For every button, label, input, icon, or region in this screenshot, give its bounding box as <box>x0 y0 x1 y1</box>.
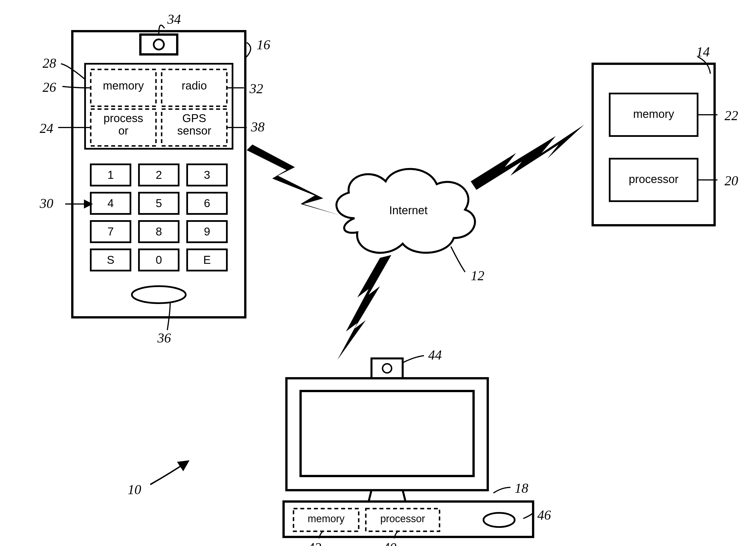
keypad-key[interactable]: 5 <box>139 197 179 210</box>
ref-24: 24 <box>40 120 53 136</box>
keypad-key[interactable]: 3 <box>187 169 227 181</box>
ref-10: 10 <box>128 482 141 497</box>
ref-28: 28 <box>43 55 56 71</box>
pc-processor-label: processor <box>366 513 440 525</box>
ref-26: 26 <box>43 79 56 95</box>
cloud-label: Internet <box>377 204 440 217</box>
ref-30: 30 <box>40 196 53 211</box>
keypad-key[interactable]: 4 <box>91 197 130 210</box>
phone-processor-label: processor <box>91 112 156 137</box>
svg-point-30 <box>483 513 515 527</box>
ref-34: 34 <box>167 11 181 27</box>
keypad-key[interactable]: 6 <box>187 197 227 210</box>
ref-44: 44 <box>428 347 442 363</box>
server-processor-label: processor <box>610 173 698 186</box>
keypad-key[interactable]: 0 <box>139 254 179 267</box>
keypad-key[interactable]: 8 <box>139 225 179 238</box>
ref-36: 36 <box>157 330 171 346</box>
ref-40: 40 <box>383 540 396 546</box>
ref-14: 14 <box>696 44 710 60</box>
phone-gps-label: GPSsensor <box>162 112 227 137</box>
svg-point-20 <box>132 286 186 303</box>
phone-radio-label: radio <box>162 79 227 92</box>
ref-22: 22 <box>725 108 738 123</box>
ref-12: 12 <box>471 268 484 283</box>
keypad-key[interactable]: 1 <box>91 169 130 181</box>
svg-point-2 <box>154 39 164 50</box>
ref-18: 18 <box>515 480 528 496</box>
svg-point-25 <box>383 364 392 373</box>
pc-memory-label: memory <box>293 513 359 525</box>
keypad-key[interactable]: 7 <box>91 225 130 238</box>
keypad-key[interactable]: S <box>91 254 130 267</box>
phone-memory-label: memory <box>91 79 156 92</box>
ref-16: 16 <box>257 37 270 52</box>
ref-20: 20 <box>725 173 738 189</box>
keypad-key[interactable]: E <box>187 254 227 267</box>
svg-rect-26 <box>301 391 474 476</box>
ref-46: 46 <box>537 507 551 523</box>
ref-38: 38 <box>251 119 265 135</box>
svg-rect-24 <box>371 358 403 378</box>
ref-32: 32 <box>250 81 263 96</box>
server-memory-label: memory <box>610 108 698 120</box>
keypad-key[interactable]: 2 <box>139 169 179 181</box>
ref-42: 42 <box>308 540 321 546</box>
svg-rect-1 <box>140 35 177 54</box>
keypad-key[interactable]: 9 <box>187 225 227 238</box>
